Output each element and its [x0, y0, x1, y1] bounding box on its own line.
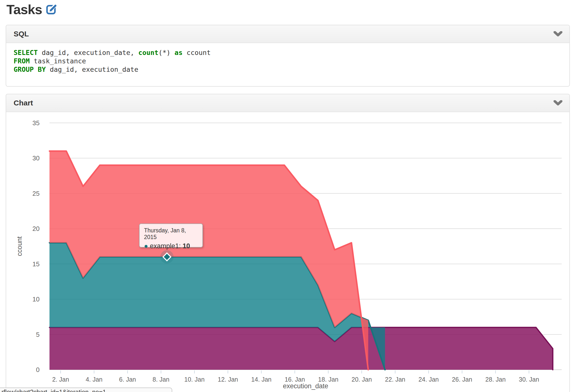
- x-tick-label: 2. Jan: [52, 376, 69, 383]
- tooltip-value: 10: [183, 242, 190, 250]
- y-axis-title: ccount: [16, 236, 23, 256]
- x-tick-label: 8. Jan: [153, 376, 169, 383]
- x-axis-title: execution_date: [283, 382, 328, 390]
- sql-panel: SQL SELECT dag_id, execution_date, count…: [6, 25, 570, 87]
- x-tick-label: 28. Jan: [486, 376, 506, 383]
- sql-panel-header[interactable]: SQL: [6, 25, 569, 43]
- chart-tooltip: Thursday, Jan 8, 2015 ● example1: 10: [139, 224, 203, 247]
- x-tick-label: 4. Jan: [86, 376, 102, 383]
- stacked-area-chart[interactable]: 051015202530352. Jan4. Jan6. Jan8. Jan10…: [0, 112, 579, 392]
- chevron-down-icon[interactable]: [554, 100, 562, 106]
- x-tick-label: 16. Jan: [285, 376, 305, 383]
- y-tick-label: 5: [36, 331, 40, 338]
- page-title-text: Tasks: [6, 2, 42, 17]
- chevron-down-icon[interactable]: [554, 31, 562, 37]
- y-tick-label: 30: [32, 155, 40, 162]
- y-tick-label: 25: [32, 190, 40, 197]
- y-tick-label: 35: [32, 119, 40, 127]
- x-tick-label: 30. Jan: [519, 376, 539, 383]
- x-tick-label: 22. Jan: [385, 376, 405, 383]
- tooltip-series-row: ● example1: 10: [144, 242, 198, 250]
- browser-status-bar: rflow/chart?chart_id=1&iteration_no=1: [0, 388, 172, 392]
- page-title: Tasks: [6, 0, 57, 19]
- sql-panel-title: SQL: [14, 30, 29, 38]
- chart-panel-title: Chart: [14, 99, 33, 107]
- y-tick-label: 0: [36, 366, 40, 374]
- x-tick-label: 10. Jan: [184, 376, 205, 383]
- x-tick-label: 24. Jan: [418, 376, 439, 383]
- x-tick-label: 20. Jan: [352, 376, 372, 383]
- status-bar-url: rflow/chart?chart_id=1&iteration_no=1: [1, 389, 172, 392]
- area-series-0[interactable]: [50, 327, 553, 370]
- series-bullet-icon: ●: [144, 242, 148, 250]
- y-tick-label: 15: [32, 260, 40, 268]
- y-tick-label: 20: [32, 225, 40, 232]
- x-tick-label: 18. Jan: [318, 376, 339, 383]
- tooltip-date: Thursday, Jan 8, 2015: [144, 227, 198, 240]
- x-tick-label: 12. Jan: [218, 376, 238, 383]
- y-tick-label: 10: [32, 296, 40, 303]
- edit-chart-icon[interactable]: [46, 4, 57, 15]
- tooltip-series-label: example1: [150, 242, 179, 250]
- chart-panel-header[interactable]: Chart: [6, 94, 569, 112]
- sql-code-block: SELECT dag_id, execution_date, count(*) …: [6, 43, 569, 79]
- x-tick-label: 14. Jan: [251, 376, 271, 383]
- x-tick-label: 26. Jan: [452, 376, 472, 383]
- x-tick-label: 6. Jan: [119, 376, 136, 383]
